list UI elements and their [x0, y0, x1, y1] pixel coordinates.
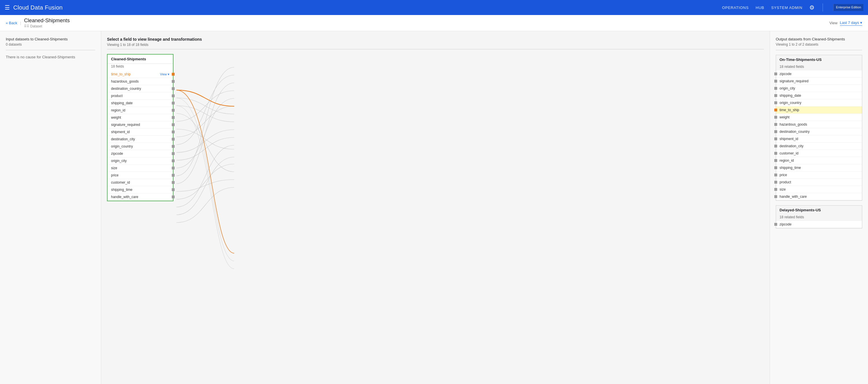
field-name: customer_id: [111, 180, 130, 184]
header-right: OPERATIONS HUB SYSTEM ADMIN ⚙ Enterprise…: [722, 3, 863, 11]
output-field[interactable]: size: [776, 186, 862, 193]
connector: [172, 196, 175, 198]
connections-svg: [176, 54, 764, 378]
output-field-time-to-ship[interactable]: time_to_ship: [776, 107, 862, 114]
field-shipment-id[interactable]: shipment_id: [107, 129, 173, 136]
field-price[interactable]: price: [107, 172, 173, 179]
output-dataset-on-time: On-Time-Shipments-US 18 related fields z…: [776, 55, 862, 201]
connector: [172, 145, 175, 148]
field-name: weight: [111, 115, 121, 119]
output-field[interactable]: signature_required: [776, 78, 862, 85]
gear-icon[interactable]: ⚙: [809, 4, 814, 11]
left-connector: [774, 80, 777, 82]
field-name: price: [111, 173, 119, 177]
field-name: region_id: [111, 108, 125, 112]
output-field-delayed-zipcode[interactable]: zipcode: [776, 221, 862, 228]
field-name: origin_country: [111, 144, 133, 148]
center-header: Select a field to view lineage and trans…: [107, 37, 764, 49]
view-value: Last 7 days: [840, 21, 859, 25]
field-handle-with-care[interactable]: handle_with_care: [107, 194, 173, 201]
left-connector: [774, 123, 777, 126]
output-field[interactable]: shipping_date: [776, 92, 862, 99]
app-header: ☰ Cloud Data Fusion OPERATIONS HUB SYSTE…: [0, 0, 868, 15]
output-field[interactable]: destination_city: [776, 143, 862, 150]
field-origin-city[interactable]: origin_city: [107, 158, 173, 165]
field-region-id[interactable]: region_id: [107, 107, 173, 114]
left-connector: [774, 137, 777, 140]
dataset-badge: ⠿⠿ Dataset: [24, 24, 70, 28]
field-product[interactable]: product: [107, 93, 173, 100]
output-field[interactable]: customer_id: [776, 150, 862, 157]
output-field[interactable]: region_id: [776, 157, 862, 164]
output-field[interactable]: shipping_time: [776, 164, 862, 172]
field-name: size: [111, 166, 117, 170]
field-name: zipcode: [111, 151, 123, 155]
center-subtitle: Viewing 1 to 18 of 18 fields: [107, 43, 764, 47]
header-separator: |: [20, 21, 21, 25]
left-panel: Input datasets to Cleaned-Shipments 0 da…: [0, 31, 101, 384]
view-arrow-icon: ▾: [860, 21, 862, 25]
app-logo: Cloud Data Fusion: [13, 4, 63, 11]
field-destination-country[interactable]: destination_country: [107, 85, 173, 93]
left-panel-divider: [6, 50, 95, 50]
title-section: Cleaned-Shipments ⠿⠿ Dataset: [24, 18, 70, 28]
header-nav: OPERATIONS HUB SYSTEM ADMIN: [722, 5, 802, 10]
field-shipping-time[interactable]: shipping_time: [107, 186, 173, 194]
field-size[interactable]: size: [107, 165, 173, 172]
field-weight[interactable]: weight: [107, 114, 173, 121]
left-connector: [774, 195, 777, 198]
output-field[interactable]: price: [776, 172, 862, 179]
field-destination-city[interactable]: destination_city: [107, 136, 173, 143]
field-customer-id[interactable]: customer_id: [107, 179, 173, 186]
output-field[interactable]: weight: [776, 114, 862, 121]
field-time-to-ship[interactable]: time_to_ship View ▾: [107, 71, 173, 78]
center-panel: Select a field to view lineage and trans…: [101, 31, 770, 384]
field-name: signature_required: [111, 123, 140, 127]
field-name: shipment_id: [111, 130, 130, 134]
view-label: View: [830, 21, 838, 25]
center-divider: [107, 49, 764, 49]
field-hazardous-goods[interactable]: hazardous_goods: [107, 78, 173, 85]
menu-icon[interactable]: ☰: [5, 4, 10, 11]
back-link[interactable]: « Back: [6, 21, 17, 25]
connector: [172, 95, 175, 97]
left-connector: [774, 87, 777, 90]
field-signature-required[interactable]: signature_required: [107, 121, 173, 129]
left-connector: [774, 181, 777, 184]
output-field[interactable]: destination_country: [776, 128, 862, 135]
output-field[interactable]: zipcode: [776, 70, 862, 78]
connector: [172, 160, 175, 162]
field-origin-country[interactable]: origin_country: [107, 143, 173, 150]
connector: [172, 131, 175, 133]
connector-time-to-ship: [172, 73, 175, 76]
output-field[interactable]: origin_country: [776, 99, 862, 107]
nav-system-admin[interactable]: SYSTEM ADMIN: [771, 5, 802, 10]
nav-hub[interactable]: HUB: [755, 5, 764, 10]
field-name: product: [111, 94, 123, 98]
header-divider: [823, 3, 823, 11]
connector: [172, 152, 175, 155]
lineage-area: Cleaned-Shipments 18 fields time_to_ship…: [107, 54, 764, 378]
main-content: Input datasets to Cleaned-Shipments 0 da…: [0, 31, 868, 384]
output-field[interactable]: shipment_id: [776, 135, 862, 143]
view-dropdown[interactable]: Last 7 days ▾: [840, 21, 863, 26]
field-zipcode[interactable]: zipcode: [107, 150, 173, 158]
output-field[interactable]: product: [776, 179, 862, 186]
connector: [172, 102, 175, 105]
input-datasets-title: Input datasets to Cleaned-Shipments: [6, 37, 95, 41]
left-connector: [774, 130, 777, 133]
field-name: destination_country: [111, 86, 141, 91]
output-subtitle: Viewing 1 to 2 of 2 datasets: [776, 42, 862, 46]
left-connector: [774, 159, 777, 162]
left-connector: [774, 188, 777, 191]
field-shipping-date[interactable]: shipping_date: [107, 100, 173, 107]
output-field[interactable]: handle_with_care: [776, 193, 862, 200]
output-divider: [776, 50, 862, 50]
source-fields-count: 18 fields: [107, 64, 173, 71]
output-field[interactable]: hazardous_goods: [776, 121, 862, 128]
view-field-btn[interactable]: View ▾: [160, 72, 169, 76]
nav-operations[interactable]: OPERATIONS: [722, 5, 749, 10]
output-dataset-name-1: Delayed-Shipments-US: [776, 206, 862, 214]
left-connector: [774, 101, 777, 104]
output-field[interactable]: origin_city: [776, 85, 862, 92]
